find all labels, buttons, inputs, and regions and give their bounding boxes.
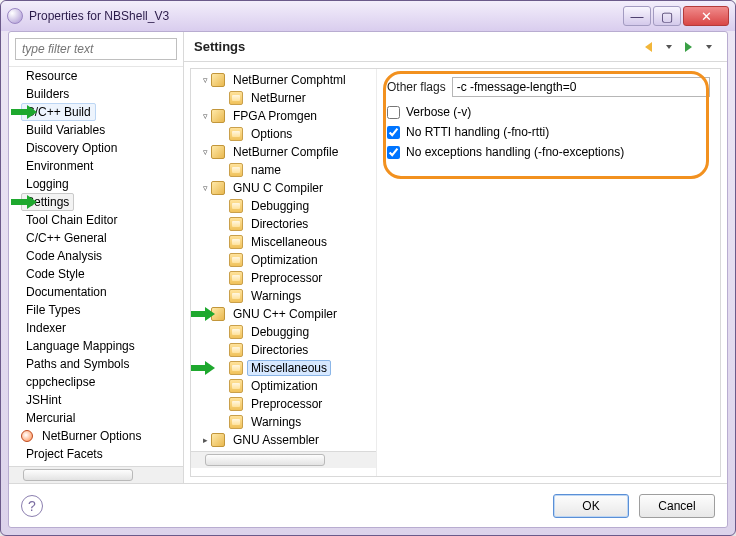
tool-tree-label: Optimization [247, 253, 322, 267]
category-item[interactable]: Language Mappings [13, 337, 183, 355]
category-label: Build Variables [21, 121, 110, 139]
folder-icon [229, 199, 243, 213]
category-label: File Types [21, 301, 85, 319]
category-item[interactable]: Build Variables [13, 121, 183, 139]
tool-tree-item[interactable]: Miscellaneous [191, 359, 376, 377]
category-item[interactable]: cppcheclipse [13, 373, 183, 391]
category-label: Paths and Symbols [21, 355, 134, 373]
expander-icon[interactable]: ▿ [199, 147, 211, 157]
category-item[interactable]: Logging [13, 175, 183, 193]
category-item[interactable]: Resource [13, 67, 183, 85]
category-item[interactable]: Indexer [13, 319, 183, 337]
category-item[interactable]: Environment [13, 157, 183, 175]
tool-tree-item[interactable]: Preprocessor [191, 395, 376, 413]
tool-tree-item[interactable]: name [191, 161, 376, 179]
category-item[interactable]: Builders [13, 85, 183, 103]
folder-icon [229, 289, 243, 303]
tool-tree-item[interactable]: Warnings [191, 287, 376, 305]
tool-icon [211, 109, 225, 123]
category-item[interactable]: JSHint [13, 391, 183, 409]
category-item[interactable]: File Types [13, 301, 183, 319]
verbose-checkbox[interactable] [387, 106, 400, 119]
category-item[interactable]: Settings [13, 193, 183, 211]
tool-tree-item[interactable]: Options [191, 125, 376, 143]
tool-tree-item[interactable]: ▿GNU C Compiler [191, 179, 376, 197]
no-exceptions-checkbox[interactable] [387, 146, 400, 159]
category-item[interactable]: Documentation [13, 283, 183, 301]
minimize-button[interactable]: — [623, 6, 651, 26]
expander-icon[interactable]: ▸ [199, 435, 211, 445]
category-item[interactable]: Tool Chain Editor [13, 211, 183, 229]
category-item[interactable]: NetBurner Options [13, 427, 183, 445]
tool-tree-item[interactable]: Directories [191, 215, 376, 233]
tool-tree-item[interactable]: ▸GNU Assembler [191, 431, 376, 449]
right-panel: Settings ▿NetBurner ComphtmlNetBurner▿FP… [184, 32, 727, 483]
left-h-scrollbar[interactable] [9, 466, 183, 483]
category-item[interactable]: C/C++ Build [13, 103, 183, 121]
tool-tree-label: Debugging [247, 325, 313, 339]
category-item[interactable]: Code Analysis [13, 247, 183, 265]
no-exceptions-label[interactable]: No exceptions handling (-fno-exceptions) [406, 145, 624, 159]
folder-icon [229, 91, 243, 105]
app-icon [7, 8, 23, 24]
ok-button[interactable]: OK [553, 494, 629, 518]
maximize-button[interactable]: ▢ [653, 6, 681, 26]
folder-icon [229, 217, 243, 231]
tool-tree-item[interactable]: Miscellaneous [191, 233, 376, 251]
tool-tree-item[interactable]: NetBurner [191, 89, 376, 107]
options-panel: Other flags Verbose (-v) No RTTI handlin… [377, 69, 720, 476]
tool-tree-item[interactable]: ▿NetBurner Comphtml [191, 71, 376, 89]
no-rtti-label[interactable]: No RTTI handling (-fno-rtti) [406, 125, 549, 139]
nav-fwd-button[interactable] [679, 39, 697, 55]
verbose-label[interactable]: Verbose (-v) [406, 105, 471, 119]
tool-tree-label: Debugging [247, 199, 313, 213]
expander-icon[interactable]: ▿ [199, 111, 211, 121]
category-item[interactable]: Code Style [13, 265, 183, 283]
close-button[interactable]: ✕ [683, 6, 729, 26]
tool-tree-item[interactable]: ▿GNU C++ Compiler [191, 305, 376, 323]
mid-h-scrollbar[interactable] [191, 451, 376, 468]
tool-tree-item[interactable]: Debugging [191, 323, 376, 341]
expander-icon[interactable]: ▿ [199, 183, 211, 193]
cancel-button[interactable]: Cancel [639, 494, 715, 518]
category-item[interactable]: Mercurial [13, 409, 183, 427]
arrow-left-icon [645, 42, 652, 52]
filter-input[interactable] [15, 38, 177, 60]
tool-tree-item[interactable]: Optimization [191, 377, 376, 395]
nav-fwd-menu[interactable] [699, 39, 717, 55]
folder-icon [229, 379, 243, 393]
no-rtti-checkbox[interactable] [387, 126, 400, 139]
tool-icon [211, 181, 225, 195]
category-label: Code Style [21, 265, 90, 283]
tool-icon [211, 73, 225, 87]
category-item[interactable]: Project Facets [13, 445, 183, 463]
tool-tree-item[interactable]: Warnings [191, 413, 376, 431]
tool-tree-item[interactable]: ▿NetBurner Compfile [191, 143, 376, 161]
expander-icon[interactable]: ▿ [199, 75, 211, 85]
expander-icon[interactable]: ▿ [199, 309, 211, 319]
tool-tree-item[interactable]: Directories [191, 341, 376, 359]
category-item[interactable]: Paths and Symbols [13, 355, 183, 373]
button-bar: ? OK Cancel [9, 483, 727, 527]
tool-icon [211, 145, 225, 159]
nav-back-button[interactable] [639, 39, 657, 55]
settings-body: ▿NetBurner ComphtmlNetBurner▿FPGA Promge… [190, 68, 721, 477]
help-button[interactable]: ? [21, 495, 43, 517]
category-label: Settings [21, 193, 74, 211]
right-header: Settings [184, 32, 727, 62]
other-flags-input[interactable] [452, 77, 710, 97]
category-label: Logging [21, 175, 74, 193]
tool-tree[interactable]: ▿NetBurner ComphtmlNetBurner▿FPGA Promge… [191, 69, 376, 451]
tool-tree-label: NetBurner Comphtml [229, 73, 350, 87]
category-item[interactable]: Discovery Option [13, 139, 183, 157]
tool-tree-item[interactable]: Debugging [191, 197, 376, 215]
nav-back-menu[interactable] [659, 39, 677, 55]
tool-tree-label: GNU C Compiler [229, 181, 327, 195]
tool-tree-item[interactable]: Preprocessor [191, 269, 376, 287]
category-tree[interactable]: ResourceBuildersC/C++ BuildBuild Variabl… [9, 66, 183, 466]
category-item[interactable]: C/C++ General [13, 229, 183, 247]
tool-tree-item[interactable]: ▿FPGA Promgen [191, 107, 376, 125]
tool-tree-pane: ▿NetBurner ComphtmlNetBurner▿FPGA Promge… [191, 69, 377, 476]
folder-icon [229, 325, 243, 339]
tool-tree-item[interactable]: Optimization [191, 251, 376, 269]
